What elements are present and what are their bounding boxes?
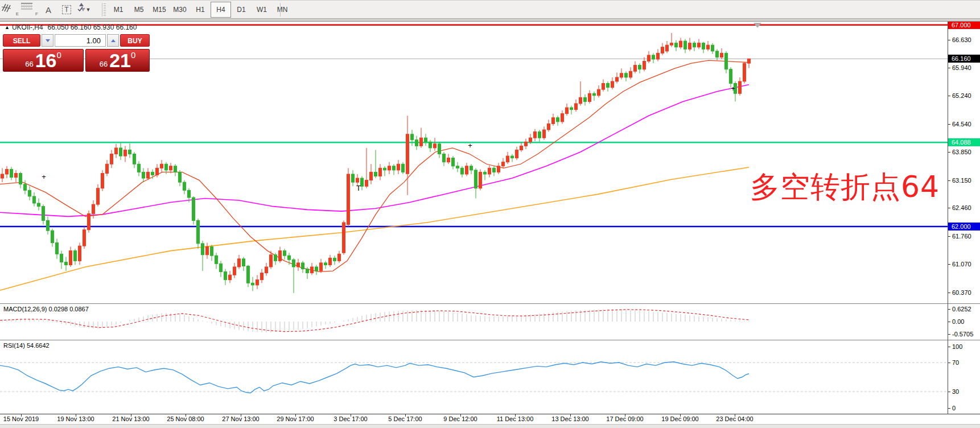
timeframe-mn[interactable]: MN: [272, 2, 293, 18]
timeframe-m15[interactable]: M15: [149, 2, 170, 18]
time-axis-label: 27 Nov 13:00: [222, 415, 259, 422]
time-axis-label: 17 Dec 09:00: [606, 415, 643, 422]
time-axis-label: 25 Nov 08:00: [167, 415, 204, 422]
trade-marker: +: [42, 172, 46, 181]
price-axis-border: [948, 22, 948, 414]
time-axis-label: 5 Dec 17:00: [388, 415, 422, 422]
timeframe-h1[interactable]: H1: [190, 2, 211, 18]
timeframe-m30[interactable]: M30: [170, 2, 190, 18]
ask-figure: 66: [100, 59, 108, 70]
volume-up-button[interactable]: [107, 34, 119, 47]
arrow-up-icon: [111, 39, 116, 42]
price-level-badge: 66.160: [948, 55, 980, 63]
toolbar: E F A T ▼ M1M5M15M30H1H4D: [0, 0, 980, 19]
text-box-icon[interactable]: T: [57, 2, 76, 18]
text-label-icon[interactable]: A: [39, 2, 58, 18]
time-axis-label: 11 Dec 13:00: [497, 415, 534, 422]
rsi-label: RSI(14) 54.6642: [3, 342, 50, 349]
macd-label: MACD(12,26,9) 0.0298 0.0867: [3, 306, 89, 312]
price-level-badge: 64.088: [948, 138, 980, 146]
one-click-trade-widget: SELL BUY 66160 66210: [3, 34, 152, 72]
price-axis-label: 65.240: [948, 92, 980, 100]
buy-button[interactable]: BUY: [120, 34, 150, 47]
macd-axis-label: 0.00: [948, 318, 980, 326]
chart-annotation-text[interactable]: 多空转折点64: [750, 167, 940, 207]
trading-terminal: E F A T ▼ M1M5M15M30H1H4D: [0, 0, 980, 428]
macd-chart: [0, 304, 948, 340]
arrow-down-icon: [46, 39, 50, 42]
timeframe-bar: M1M5M15M30H1H4D1W1MN: [108, 2, 293, 18]
time-axis[interactable]: 15 Nov 201919 Nov 13:0021 Nov 13:0025 No…: [0, 414, 980, 424]
trade-marker: T: [356, 184, 361, 192]
collapse-triangle-icon: ▲: [5, 24, 10, 30]
chart-shift-marker[interactable]: [753, 23, 761, 28]
timeframe-h4[interactable]: H4: [211, 2, 231, 18]
pattern-tool-icon[interactable]: E: [1, 2, 20, 18]
time-axis-label: 15 Nov 2019: [3, 415, 39, 422]
chart-window: ▲UKOIl-,H466.050 66.160 65.930 66.160 SE…: [0, 22, 980, 428]
grid-tool-icon[interactable]: F: [20, 2, 40, 18]
timeframe-m5[interactable]: M5: [129, 2, 149, 18]
time-axis-label: 19 Nov 13:00: [57, 415, 94, 422]
rsi-axis-label: 0: [948, 404, 980, 412]
rsi-chart: [0, 341, 948, 414]
price-axis-label: 66.630: [948, 36, 980, 44]
macd-pane: MACD(12,26,9) 0.0298 0.0867 0.62520.00-0…: [0, 304, 980, 340]
toolbar-separator: [102, 3, 102, 17]
window-bottom-edge: [0, 424, 980, 428]
rsi-axis-label: 100: [948, 343, 980, 351]
trade-marker: +: [468, 141, 472, 150]
time-axis-label: 13 Dec 13:00: [551, 415, 588, 422]
ask-price-panel[interactable]: 66210: [85, 49, 150, 72]
toolbar-drag-handle[interactable]: [104, 3, 106, 16]
volume-input[interactable]: [55, 34, 106, 47]
price-level-badge: 67.000: [948, 22, 980, 29]
bid-pips: 16: [35, 51, 57, 70]
ask-pips: 21: [109, 51, 131, 70]
price-axis-label: 63.850: [948, 148, 980, 156]
price-axis-label: 60.370: [948, 289, 980, 297]
macd-axis-label: 0.6252: [948, 305, 980, 313]
time-axis-label: 3 Dec 17:00: [333, 415, 367, 422]
timeframe-d1[interactable]: D1: [231, 2, 252, 18]
symbol-label: UKOIl-,H4: [12, 23, 43, 31]
arrows-tool-icon[interactable]: ▼: [76, 2, 99, 18]
volume-down-button[interactable]: [42, 34, 53, 47]
macd-axis-label: -0.5705: [948, 330, 980, 338]
price-axis-label: 62.460: [948, 204, 980, 212]
price-chart-pane[interactable]: ▲UKOIl-,H466.050 66.160 65.930 66.160 SE…: [0, 22, 980, 303]
price-axis-label: 64.540: [948, 120, 980, 128]
bid-point: 0: [56, 51, 61, 59]
time-axis-label: 19 Dec 09:00: [661, 415, 698, 422]
time-axis-label: 9 Dec 12:00: [443, 415, 477, 422]
sell-button[interactable]: SELL: [3, 34, 40, 47]
price-axis-label: 61.070: [948, 260, 980, 268]
chart-title: ▲UKOIl-,H466.050 66.160 65.930 66.160: [5, 23, 137, 31]
price-level-badge: 62.000: [948, 223, 980, 231]
timeframe-w1[interactable]: W1: [252, 2, 272, 18]
bid-figure: 66: [25, 59, 33, 70]
price-axis-label: 61.760: [948, 232, 980, 240]
trade-marker: +: [731, 84, 735, 93]
price-axis-label: 63.150: [948, 176, 980, 184]
time-axis-label: 21 Nov 13:00: [112, 415, 149, 422]
bid-price-panel[interactable]: 66160: [3, 49, 84, 72]
time-axis-label: 23 Dec 04:00: [716, 415, 753, 422]
ohlc-values: 66.050 66.160 65.930 66.160: [48, 23, 137, 31]
price-axis-label: 65.940: [948, 64, 980, 72]
rsi-axis-label: 70: [948, 359, 980, 367]
time-axis-label: 29 Nov 17:00: [277, 415, 314, 422]
rsi-axis-label: 30: [948, 388, 980, 396]
toolbar-separator: [280, 3, 281, 17]
ask-point: 0: [131, 51, 135, 59]
timeframe-m1[interactable]: M1: [108, 2, 129, 18]
rsi-pane: RSI(14) 54.6642 10070300: [0, 341, 980, 414]
pane-separator[interactable]: [0, 303, 980, 304]
pane-separator[interactable]: [0, 340, 980, 340]
